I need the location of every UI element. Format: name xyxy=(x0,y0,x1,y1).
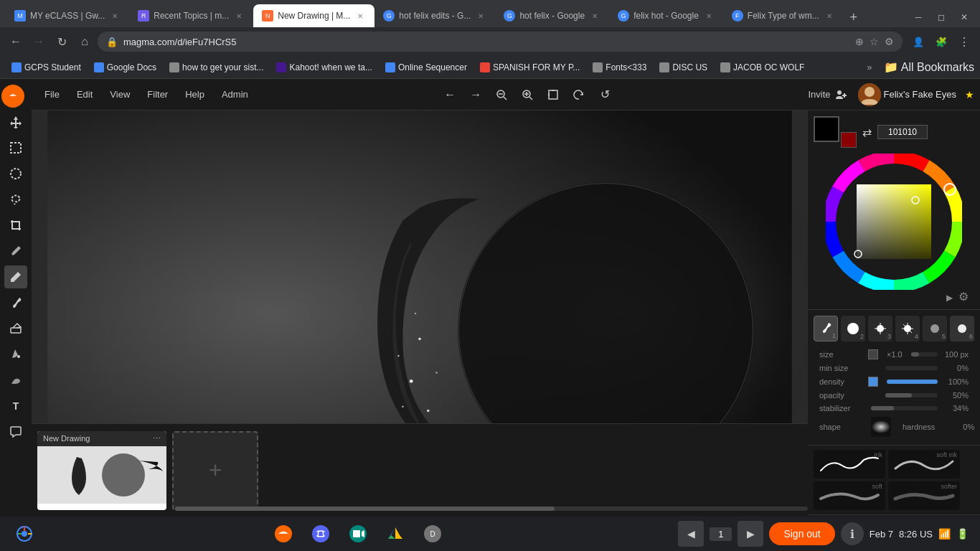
taskbar-unknown-icon[interactable]: D xyxy=(420,521,446,547)
brush-preset-soft[interactable]: soft xyxy=(814,481,885,510)
bookmark-how-to[interactable]: how to get your sist... xyxy=(164,61,269,74)
tool-eraser[interactable] xyxy=(4,317,27,340)
tab-recent-topics[interactable]: R Recent Topics | m... ✕ xyxy=(129,4,253,27)
thumbnail-new-drawing[interactable]: New Drawing ⋯ xyxy=(37,431,166,510)
app-logo[interactable] xyxy=(1,85,24,108)
tool-eyedropper[interactable] xyxy=(4,240,27,263)
color-hex-input[interactable] xyxy=(877,125,928,139)
menu-admin[interactable]: Admin xyxy=(215,86,255,103)
tab-close-4[interactable]: ✕ xyxy=(475,10,486,22)
action-zoom-out[interactable] xyxy=(490,83,513,106)
action-transform[interactable] xyxy=(542,83,565,106)
taskbar-magma-icon[interactable] xyxy=(270,521,296,547)
sign-out-button[interactable]: Sign out xyxy=(769,522,834,545)
profile-icon[interactable]: 👤 xyxy=(908,32,928,52)
bookmark-disc[interactable]: DISC US xyxy=(654,61,713,74)
tool-move[interactable] xyxy=(4,110,27,133)
tool-fill[interactable] xyxy=(4,343,27,366)
user-avatar[interactable] xyxy=(858,83,881,106)
extension-puzzle-icon[interactable]: 🧩 xyxy=(931,32,951,52)
shape-preview[interactable] xyxy=(871,417,891,437)
tab-felix-type[interactable]: F Felix Type of wm... ✕ xyxy=(723,4,844,27)
bookmark-fonts[interactable]: Fonts<333 xyxy=(587,61,652,74)
all-bookmarks-folder[interactable]: 📁 All Bookmarks xyxy=(884,60,974,74)
taskbar-discord-icon[interactable] xyxy=(308,521,334,547)
close-button[interactable]: ✕ xyxy=(954,7,974,27)
swap-colors-button[interactable]: ⇄ xyxy=(862,126,872,139)
tool-brush[interactable] xyxy=(4,291,27,314)
brush-tool-2[interactable]: 2 xyxy=(841,316,865,342)
action-redo[interactable]: → xyxy=(464,83,487,106)
back-button[interactable]: ← xyxy=(6,32,26,52)
brush-tool-5[interactable]: 5 xyxy=(923,316,947,342)
tab-close-1[interactable]: ✕ xyxy=(109,10,121,22)
tab-close-6[interactable]: ✕ xyxy=(703,10,715,22)
bookmark-google-docs[interactable]: Google Docs xyxy=(88,61,162,74)
tab-close-3[interactable]: ✕ xyxy=(354,10,366,22)
tool-smudge[interactable] xyxy=(4,369,27,392)
tool-pencil[interactable] xyxy=(4,265,27,288)
extension-icon[interactable]: ⊕ xyxy=(855,36,864,47)
opacity-bar[interactable] xyxy=(885,393,938,397)
bookmark-star-icon[interactable]: ☆ xyxy=(870,36,879,47)
tab-close-7[interactable]: ✕ xyxy=(824,10,835,22)
menu-help[interactable]: Help xyxy=(178,86,212,103)
chrome-menu-icon[interactable]: ⋮ xyxy=(954,32,974,52)
density-bar[interactable] xyxy=(887,380,938,384)
new-tab-button[interactable]: + xyxy=(844,7,864,27)
settings-icon[interactable]: ⚙ xyxy=(885,36,894,47)
minsize-bar[interactable] xyxy=(885,366,938,370)
bookmark-gcps[interactable]: GCPS Student xyxy=(6,61,87,74)
tool-crop[interactable] xyxy=(4,214,27,237)
info-button[interactable]: ℹ xyxy=(841,522,864,545)
tool-select-ellipse[interactable] xyxy=(4,162,27,185)
home-button[interactable]: ⌂ xyxy=(75,32,95,52)
bookmark-kahoot[interactable]: Kahoot! when we ta... xyxy=(270,61,377,74)
url-bar[interactable]: 🔒 magma.com/d/ieFu7HCrS5 ⊕ ☆ ⚙ xyxy=(98,32,903,52)
density-checkbox[interactable] xyxy=(868,377,878,387)
forward-button[interactable]: → xyxy=(29,32,49,52)
taskbar-google-meet-icon[interactable] xyxy=(345,521,371,547)
thumbnail-add-button[interactable]: + xyxy=(172,431,258,510)
size-lock-checkbox[interactable] xyxy=(868,349,878,359)
stabilizer-bar[interactable] xyxy=(871,406,938,410)
brush-preset-soft-ink[interactable]: soft ink xyxy=(888,450,960,479)
settings-gear-icon[interactable]: ⚙ xyxy=(958,291,969,303)
draw-prev-button[interactable]: ◀ xyxy=(678,521,704,547)
tool-text[interactable]: T xyxy=(4,395,27,418)
reload-button[interactable]: ↻ xyxy=(52,32,72,52)
size-bar[interactable] xyxy=(911,352,938,357)
bookmark-jacob[interactable]: JACOB OC WOLF xyxy=(715,61,810,74)
action-zoom-in[interactable] xyxy=(516,83,539,106)
tab-close-2[interactable]: ✕ xyxy=(233,10,245,22)
bookmark-spanish[interactable]: SPANISH FOR MY P... xyxy=(474,61,585,74)
menu-file[interactable]: File xyxy=(37,86,67,103)
bookmark-sequencer[interactable]: Online Sequencer xyxy=(380,61,473,74)
action-refresh[interactable]: ↺ xyxy=(593,83,616,106)
tab-my-eclass[interactable]: M MY eCLASS | Gw... ✕ xyxy=(6,4,129,27)
bookmarks-more-button[interactable]: » xyxy=(859,57,880,77)
tool-select-rect[interactable] xyxy=(4,136,27,159)
maximize-button[interactable]: ◻ xyxy=(931,7,951,27)
brush-preset-softer[interactable]: softer xyxy=(888,481,960,510)
brush-tool-4[interactable]: 4 xyxy=(895,316,920,342)
taskbar-drive-icon[interactable] xyxy=(382,521,408,547)
tool-chat[interactable] xyxy=(4,420,27,443)
action-rotate[interactable] xyxy=(567,83,590,106)
invite-button[interactable]: Invite xyxy=(799,86,854,103)
draw-next-button[interactable]: ▶ xyxy=(738,521,763,547)
menu-filter[interactable]: Filter xyxy=(140,86,175,103)
tab-felix-hot[interactable]: G felix hot - Google ✕ xyxy=(609,4,723,27)
tab-close-5[interactable]: ✕ xyxy=(589,10,600,22)
action-undo[interactable]: ← xyxy=(438,83,461,106)
color-wheel[interactable] xyxy=(826,154,962,290)
panel-expand-arrow[interactable]: ▶ xyxy=(943,290,956,306)
tab-hot-felix[interactable]: G hot felix - Google ✕ xyxy=(495,4,609,27)
color-wheel-container[interactable] xyxy=(814,154,974,290)
canvas-area[interactable]: 274% New Drawing ⋯ xyxy=(32,110,808,517)
brush-tool-1[interactable]: 1 xyxy=(814,316,838,342)
brush-preset-ink[interactable]: ink xyxy=(814,450,885,479)
menu-edit[interactable]: Edit xyxy=(70,86,100,103)
menu-view[interactable]: View xyxy=(103,86,137,103)
thumbnail-menu-icon[interactable]: ⋯ xyxy=(153,434,161,443)
